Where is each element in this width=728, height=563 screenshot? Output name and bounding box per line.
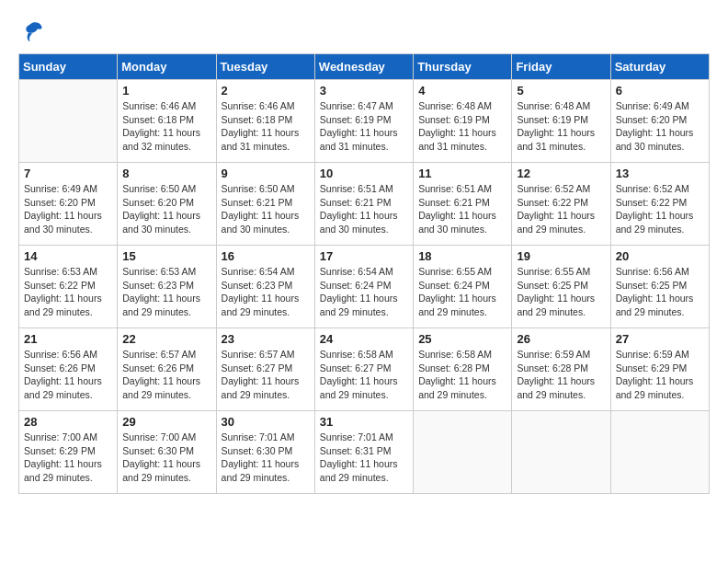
page-header — [18, 18, 710, 44]
day-number: 21 — [24, 332, 112, 346]
column-header-sunday: Sunday — [19, 54, 118, 80]
day-info: Sunrise: 6:55 AMSunset: 6:24 PMDaylight:… — [418, 265, 506, 319]
day-number: 12 — [517, 167, 605, 180]
day-number: 23 — [222, 332, 310, 346]
day-info: Sunrise: 6:52 AMSunset: 6:22 PMDaylight:… — [517, 182, 605, 236]
day-info: Sunrise: 6:48 AMSunset: 6:19 PMDaylight:… — [517, 99, 605, 154]
day-info: Sunrise: 6:53 AMSunset: 6:22 PMDaylight:… — [24, 265, 112, 319]
day-number: 6 — [616, 84, 704, 98]
day-info: Sunrise: 6:52 AMSunset: 6:22 PMDaylight:… — [616, 182, 704, 236]
day-info: Sunrise: 7:01 AMSunset: 6:30 PMDaylight:… — [222, 431, 310, 485]
logo-bird-icon — [18, 18, 44, 44]
calendar-week-1: 1Sunrise: 6:46 AMSunset: 6:18 PMDaylight… — [19, 80, 710, 163]
calendar-week-2: 7Sunrise: 6:49 AMSunset: 6:20 PMDaylight… — [19, 163, 710, 246]
day-number: 22 — [122, 332, 210, 346]
table-row: 6Sunrise: 6:49 AMSunset: 6:20 PMDaylight… — [610, 80, 709, 163]
day-number: 25 — [418, 332, 506, 346]
day-number: 13 — [616, 167, 704, 180]
table-row: 25Sunrise: 6:58 AMSunset: 6:28 PMDayligh… — [414, 328, 512, 411]
table-row — [19, 80, 118, 163]
table-row: 15Sunrise: 6:53 AMSunset: 6:23 PMDayligh… — [118, 246, 216, 328]
column-header-tuesday: Tuesday — [216, 54, 314, 80]
day-info: Sunrise: 6:47 AMSunset: 6:19 PMDaylight:… — [320, 99, 408, 154]
column-header-friday: Friday — [512, 54, 610, 80]
day-number: 8 — [122, 167, 210, 180]
day-number: 31 — [320, 415, 408, 429]
table-row — [512, 411, 610, 494]
day-info: Sunrise: 6:51 AMSunset: 6:21 PMDaylight:… — [418, 182, 506, 236]
calendar-table: SundayMondayTuesdayWednesdayThursdayFrid… — [18, 53, 710, 494]
column-header-wednesday: Wednesday — [314, 54, 413, 80]
day-number: 11 — [418, 167, 506, 180]
day-number: 29 — [122, 415, 210, 429]
table-row: 28Sunrise: 7:00 AMSunset: 6:29 PMDayligh… — [19, 411, 118, 494]
day-info: Sunrise: 6:54 AMSunset: 6:23 PMDaylight:… — [222, 265, 310, 319]
day-info: Sunrise: 6:57 AMSunset: 6:26 PMDaylight:… — [122, 348, 210, 402]
day-number: 9 — [222, 167, 310, 180]
table-row: 7Sunrise: 6:49 AMSunset: 6:20 PMDaylight… — [19, 163, 118, 246]
day-number: 4 — [418, 84, 506, 98]
logo — [18, 18, 48, 44]
day-info: Sunrise: 7:00 AMSunset: 6:30 PMDaylight:… — [122, 431, 210, 485]
table-row: 10Sunrise: 6:51 AMSunset: 6:21 PMDayligh… — [314, 163, 413, 246]
table-row: 24Sunrise: 6:58 AMSunset: 6:27 PMDayligh… — [314, 328, 413, 411]
table-row: 12Sunrise: 6:52 AMSunset: 6:22 PMDayligh… — [512, 163, 610, 246]
day-number: 2 — [222, 84, 310, 98]
day-info: Sunrise: 6:59 AMSunset: 6:28 PMDaylight:… — [517, 348, 605, 402]
day-number: 15 — [122, 249, 210, 263]
day-number: 27 — [616, 332, 704, 346]
table-row: 13Sunrise: 6:52 AMSunset: 6:22 PMDayligh… — [610, 163, 709, 246]
column-header-saturday: Saturday — [610, 54, 709, 80]
day-number: 7 — [24, 167, 112, 180]
table-row: 30Sunrise: 7:01 AMSunset: 6:30 PMDayligh… — [216, 411, 314, 494]
day-info: Sunrise: 6:51 AMSunset: 6:21 PMDaylight:… — [320, 182, 408, 236]
table-row — [610, 411, 709, 494]
table-row: 9Sunrise: 6:50 AMSunset: 6:21 PMDaylight… — [216, 163, 314, 246]
table-row: 19Sunrise: 6:55 AMSunset: 6:25 PMDayligh… — [512, 246, 610, 328]
day-number: 26 — [517, 332, 605, 346]
day-info: Sunrise: 6:55 AMSunset: 6:25 PMDaylight:… — [517, 265, 605, 319]
table-row: 18Sunrise: 6:55 AMSunset: 6:24 PMDayligh… — [414, 246, 512, 328]
day-number: 28 — [24, 415, 112, 429]
day-number: 30 — [222, 415, 310, 429]
day-info: Sunrise: 6:54 AMSunset: 6:24 PMDaylight:… — [320, 265, 408, 319]
table-row: 27Sunrise: 6:59 AMSunset: 6:29 PMDayligh… — [610, 328, 709, 411]
day-info: Sunrise: 6:50 AMSunset: 6:21 PMDaylight:… — [222, 182, 310, 236]
day-info: Sunrise: 6:56 AMSunset: 6:25 PMDaylight:… — [616, 265, 704, 319]
day-info: Sunrise: 6:46 AMSunset: 6:18 PMDaylight:… — [222, 99, 310, 154]
calendar-week-5: 28Sunrise: 7:00 AMSunset: 6:29 PMDayligh… — [19, 411, 710, 494]
day-number: 5 — [517, 84, 605, 98]
day-info: Sunrise: 6:57 AMSunset: 6:27 PMDaylight:… — [222, 348, 310, 402]
day-info: Sunrise: 6:53 AMSunset: 6:23 PMDaylight:… — [122, 265, 210, 319]
table-row: 11Sunrise: 6:51 AMSunset: 6:21 PMDayligh… — [414, 163, 512, 246]
calendar-week-3: 14Sunrise: 6:53 AMSunset: 6:22 PMDayligh… — [19, 246, 710, 328]
day-number: 10 — [320, 167, 408, 180]
table-row: 14Sunrise: 6:53 AMSunset: 6:22 PMDayligh… — [19, 246, 118, 328]
table-row — [414, 411, 512, 494]
day-number: 19 — [517, 249, 605, 263]
table-row: 5Sunrise: 6:48 AMSunset: 6:19 PMDaylight… — [512, 80, 610, 163]
calendar-week-4: 21Sunrise: 6:56 AMSunset: 6:26 PMDayligh… — [19, 328, 710, 411]
table-row: 4Sunrise: 6:48 AMSunset: 6:19 PMDaylight… — [414, 80, 512, 163]
table-row: 8Sunrise: 6:50 AMSunset: 6:20 PMDaylight… — [118, 163, 216, 246]
table-row: 23Sunrise: 6:57 AMSunset: 6:27 PMDayligh… — [216, 328, 314, 411]
day-info: Sunrise: 7:00 AMSunset: 6:29 PMDaylight:… — [24, 431, 112, 485]
table-row: 29Sunrise: 7:00 AMSunset: 6:30 PMDayligh… — [118, 411, 216, 494]
day-info: Sunrise: 6:48 AMSunset: 6:19 PMDaylight:… — [418, 99, 506, 154]
day-info: Sunrise: 6:59 AMSunset: 6:29 PMDaylight:… — [616, 348, 704, 402]
table-row: 2Sunrise: 6:46 AMSunset: 6:18 PMDaylight… — [216, 80, 314, 163]
day-number: 1 — [122, 84, 210, 98]
day-info: Sunrise: 6:58 AMSunset: 6:28 PMDaylight:… — [418, 348, 506, 402]
calendar-header-row: SundayMondayTuesdayWednesdayThursdayFrid… — [19, 54, 710, 80]
day-number: 14 — [24, 249, 112, 263]
day-number: 18 — [418, 249, 506, 263]
table-row: 26Sunrise: 6:59 AMSunset: 6:28 PMDayligh… — [512, 328, 610, 411]
day-info: Sunrise: 6:50 AMSunset: 6:20 PMDaylight:… — [122, 182, 210, 236]
day-info: Sunrise: 6:46 AMSunset: 6:18 PMDaylight:… — [122, 99, 210, 154]
day-number: 3 — [320, 84, 408, 98]
column-header-thursday: Thursday — [414, 54, 512, 80]
day-number: 16 — [222, 249, 310, 263]
day-number: 24 — [320, 332, 408, 346]
column-header-monday: Monday — [118, 54, 216, 80]
table-row: 3Sunrise: 6:47 AMSunset: 6:19 PMDaylight… — [314, 80, 413, 163]
